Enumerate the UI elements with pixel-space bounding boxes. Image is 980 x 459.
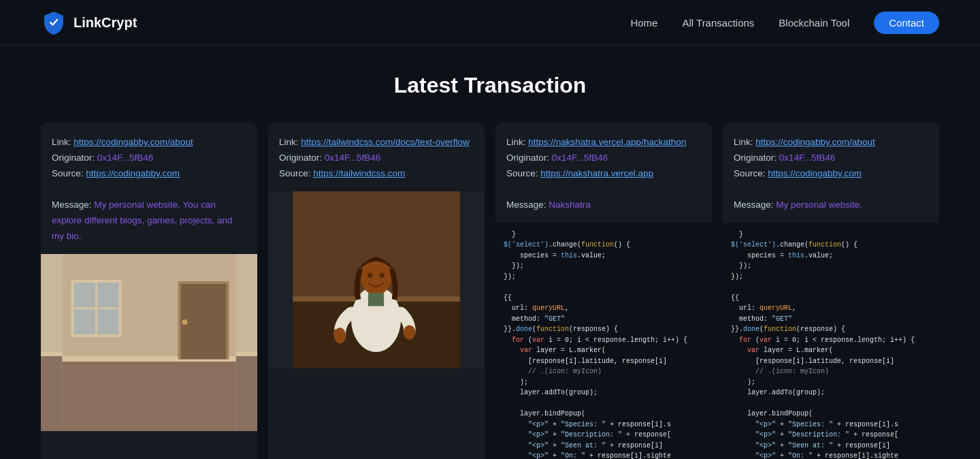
card-3-info: Link: https://nakshatra.vercel.app/hacka…	[495, 123, 712, 223]
card-3-orig-label: Originator:	[506, 153, 552, 163]
card-1-msg-row: Message: My personal website. You can ex…	[52, 197, 246, 244]
card-4-link-val[interactable]: https://codingabby.com/about	[755, 137, 875, 147]
card-3-src-val[interactable]: https://nakshatra.vercel.app	[540, 168, 653, 178]
card-3-msg-val: Nakshatra	[549, 200, 591, 210]
svg-point-21	[404, 325, 415, 339]
card-3-msg-label: Message:	[506, 200, 549, 210]
card-1-image	[41, 254, 257, 431]
svg-rect-1	[63, 360, 236, 431]
svg-point-17	[379, 272, 385, 278]
card-4-orig-label: Originator:	[734, 153, 779, 163]
card-2-link-row: Link: https://tailwindcss.com/docs/text-…	[279, 135, 474, 151]
card-4-link-label: Link:	[734, 137, 755, 147]
logo-link[interactable]: LinkCrypt	[41, 10, 137, 35]
svg-rect-18	[368, 293, 384, 306]
nav-links: Home All Transactions Blockchain Tool Co…	[630, 12, 939, 34]
page-title: Latest Transaction	[41, 73, 939, 98]
card-2-src-val[interactable]: https://tailwindcss.com	[313, 168, 405, 178]
card-4-src-val[interactable]: https://codingabby.com	[768, 168, 862, 178]
card-4-orig-val: 0x14F...5fB46	[779, 153, 836, 163]
card-3-link-label: Link:	[506, 137, 528, 147]
card-2-src-row: Source: https://tailwindcss.com	[279, 166, 474, 182]
transaction-card-2: Link: https://tailwindcss.com/docs/text-…	[268, 123, 485, 459]
svg-point-16	[368, 272, 373, 278]
transaction-card-3: Link: https://nakshatra.vercel.app/hacka…	[495, 123, 712, 459]
card-3-orig-row: Originator: 0x14F...5fB46	[506, 151, 701, 166]
card-1-orig-label: Originator:	[52, 153, 97, 163]
room-svg	[41, 254, 257, 431]
card-4-src-label: Source:	[734, 168, 768, 178]
card-4-code: } $('select').change(function() { specie…	[723, 223, 939, 459]
card-1-link-label: Link:	[52, 137, 74, 147]
card-3-orig-val: 0x14F...5fB46	[552, 153, 608, 163]
card-3-src-label: Source:	[506, 168, 540, 178]
gif-svg	[268, 191, 485, 368]
card-1-src-val[interactable]: https://codingabby.com	[86, 168, 180, 178]
card-3-link-row: Link: https://nakshatra.vercel.app/hacka…	[506, 135, 701, 151]
navbar: LinkCrypt Home All Transactions Blockcha…	[0, 0, 980, 46]
logo-icon	[41, 10, 67, 35]
card-3-link-val[interactable]: https://nakshatra.vercel.app/hackathon	[528, 137, 686, 147]
card-1-info: Link: https://codingabby.com/about Origi…	[41, 123, 257, 254]
nav-all-transactions[interactable]: All Transactions	[682, 17, 754, 29]
logo-text: LinkCrypt	[74, 15, 137, 31]
nav-home[interactable]: Home	[630, 17, 657, 29]
card-2-link-label: Link:	[279, 137, 301, 147]
card-2-orig-label: Originator:	[279, 153, 325, 163]
card-1-orig-val: 0x14F...5fB46	[97, 153, 154, 163]
svg-point-5	[182, 319, 188, 325]
card-1-msg-label: Message:	[52, 200, 94, 210]
card-3-src-row: Source: https://nakshatra.vercel.app	[506, 166, 701, 182]
contact-button[interactable]: Contact	[874, 12, 939, 34]
svg-rect-4	[181, 284, 227, 359]
card-2-src-label: Source:	[279, 168, 313, 178]
card-4-msg-val: My personal website.	[776, 200, 862, 210]
card-4-info: Link: https://codingabby.com/about Origi…	[723, 123, 939, 223]
cards-grid: Link: https://codingabby.com/about Origi…	[41, 123, 939, 459]
card-4-orig-row: Originator: 0x14F...5fB46	[734, 151, 928, 166]
card-1-link-val[interactable]: https://codingabby.com/about	[74, 137, 193, 147]
nav-blockchain-tool[interactable]: Blockchain Tool	[779, 17, 849, 29]
card-3-msg-row: Message: Nakshatra	[506, 197, 701, 213]
card-2-orig-val: 0x14F...5fB46	[325, 153, 381, 163]
card-4-src-row: Source: https://codingabby.com	[734, 166, 928, 182]
card-2-info: Link: https://tailwindcss.com/docs/text-…	[268, 123, 485, 191]
card-1-src-label: Source:	[52, 168, 86, 178]
card-1-link-row: Link: https://codingabby.com/about	[52, 135, 246, 151]
card-4-link-row: Link: https://codingabby.com/about	[734, 135, 928, 151]
svg-rect-20	[334, 329, 339, 338]
main-content: Latest Transaction Link: https://codinga…	[0, 46, 980, 459]
transaction-card-4: Link: https://codingabby.com/about Origi…	[723, 123, 939, 459]
card-1-src-row: Source: https://codingabby.com	[52, 166, 246, 182]
card-2-orig-row: Originator: 0x14F...5fB46	[279, 151, 474, 166]
card-4-msg-row: Message: My personal website.	[734, 197, 928, 213]
card-4-msg-label: Message:	[734, 200, 776, 210]
card-1-orig-row: Originator: 0x14F...5fB46	[52, 151, 246, 166]
transaction-card-1: Link: https://codingabby.com/about Origi…	[41, 123, 257, 459]
card-3-code: } $('select').change(function() { specie…	[495, 223, 712, 459]
card-2-gif	[268, 191, 485, 368]
card-2-link-val[interactable]: https://tailwindcss.com/docs/text-overfl…	[301, 137, 470, 147]
